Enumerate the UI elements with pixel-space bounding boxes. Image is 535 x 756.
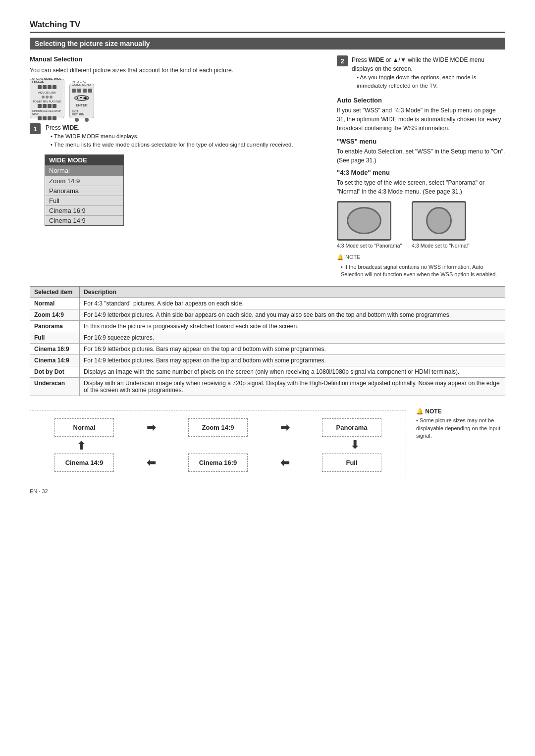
flow-middle-row: ⬇ ⬇: [38, 439, 398, 452]
note1-text-container: • If the broadcast signal contains no WS…: [341, 263, 505, 279]
table-item-panorama: Panorama: [30, 321, 80, 332]
auto-selection-title: Auto Selection: [337, 97, 505, 104]
manual-selection-body: You can select different picture sizes t…: [30, 66, 322, 75]
step1-bullet-1: The WIDE MODE menu displays.: [51, 132, 322, 141]
wss-menu: "WSS" menu To enable Auto Selection, set…: [337, 138, 505, 165]
table-row: Cinema 16:9 For 16:9 letterbox pictures.…: [30, 344, 505, 355]
mode-table: Selected item Description Normal For 4:3…: [30, 286, 505, 396]
step2-bullet: As you toggle down the options, each mod…: [357, 73, 505, 91]
step1-container: 1 Press WIDE. The WIDE MODE menu display…: [30, 123, 322, 150]
flow-arrow-left-1: ⬅: [147, 456, 156, 469]
tv-screen-normal-caption: 4:3 Mode set to "Normal": [412, 243, 470, 249]
col-left: Manual Selection You can select differen…: [30, 55, 322, 278]
flow-up-arrow: ⬇: [52, 439, 111, 452]
manual-selection-title: Manual Selection: [30, 55, 322, 63]
tv-screen-normal-img: [412, 201, 466, 241]
table-desc-underscan: Display with an Underscan image only whe…: [80, 378, 505, 396]
note2-text: • Some picture sizes may not be displaya…: [416, 417, 505, 440]
table-item-zoom149: Zoom 14:9: [30, 309, 80, 321]
tv-screen-panorama: 4:3 Mode set to "Panorama": [337, 201, 402, 249]
remote-images: OPC AV MODE WIDE FREEZE AQUOS LINK POWER…: [30, 79, 322, 118]
tv-screens: 4:3 Mode set to "Panorama" 4:3 Mode set …: [337, 201, 505, 249]
table-desc-panorama: In this mode the picture is progressivel…: [80, 321, 505, 332]
wide-mode-item-1: Panorama: [45, 186, 123, 196]
step2-content: Press WIDE or ▲/▼ while the WIDE MODE me…: [352, 55, 505, 91]
page-title: Watching TV: [30, 20, 505, 33]
table-item-cinema149: Cinema 14:9: [30, 355, 80, 366]
table-item-full: Full: [30, 332, 80, 344]
table-desc-zoom149: For 14:9 letterbox pictures. A thin side…: [80, 309, 505, 321]
table-header: Selected item Description: [30, 287, 505, 298]
table-row: Panorama In this mode the picture is pro…: [30, 321, 505, 332]
flow-box-cinema169: Cinema 16:9: [188, 454, 248, 472]
step2-bold: WIDE: [369, 56, 384, 63]
step1-number: 1: [30, 123, 41, 134]
wide-mode-selected: Normal: [45, 165, 123, 176]
table-desc-normal: For 4:3 "standard" pictures. A side bar …: [80, 298, 505, 309]
tv-screen-panorama-caption: 4:3 Mode set to "Panorama": [337, 243, 402, 249]
table-desc-cinema149: For 14:9 letterbox pictures. Bars may ap…: [80, 355, 505, 366]
step1-bullet-2: The menu lists the wide mode options sel…: [51, 141, 322, 149]
wide-mode-item-2: Full: [45, 196, 123, 205]
flow-down-arrow: ⬇: [325, 439, 384, 452]
flow-arrow-left-2: ⬅: [280, 456, 289, 469]
mode43-menu-body: To set the type of the wide screen, sele…: [337, 178, 505, 196]
tv-screen-panorama-img: [337, 201, 391, 241]
flow-diagram: Normal ➡ Zoom 14:9 ➡ Panorama ⬇ ⬇ Cinema…: [30, 410, 406, 480]
remote-control-left: OPC AV MODE WIDE FREEZE AQUOS LINK POWER…: [30, 79, 64, 118]
wide-mode-item-4: Cinema 14:9: [45, 215, 123, 225]
step2-container: 2 Press WIDE or ▲/▼ while the WIDE MODE …: [337, 55, 505, 91]
table-item-dotbydot: Dot by Dot: [30, 366, 80, 378]
main-content: Manual Selection You can select differen…: [30, 55, 505, 278]
step2-bullets: As you toggle down the options, each mod…: [357, 73, 505, 91]
step1-action-bold: WIDE: [62, 124, 78, 131]
col-right: 2 Press WIDE or ▲/▼ while the WIDE MODE …: [337, 55, 505, 278]
flow-box-zoom149: Zoom 14:9: [188, 418, 248, 437]
note1: 🔔 NOTE: [337, 253, 505, 260]
auto-selection: Auto Selection If you set "WSS" and "4:3…: [337, 97, 505, 133]
flow-bottom-row: Cinema 14:9 ⬅ Cinema 16:9 ⬅ Full: [38, 454, 398, 472]
note-icon-1: 🔔 NOTE: [337, 254, 361, 260]
table-row: Zoom 14:9 For 14:9 letterbox pictures. A…: [30, 309, 505, 321]
flow-arrow-right-2: ➡: [280, 421, 289, 434]
flow-box-cinema149: Cinema 14:9: [54, 454, 114, 472]
note2-container: 🔔 NOTE • Some picture sizes may not be d…: [416, 403, 505, 480]
table-row: Full For 16:9 squeeze pictures.: [30, 332, 505, 344]
auto-selection-body: If you set "WSS" and "4:3 Mode" in the S…: [337, 106, 505, 133]
wide-mode-item-0: Zoom 14:9: [45, 176, 123, 186]
wide-mode-item-3: Cinema 16:9: [45, 205, 123, 215]
tv-screen-normal: 4:3 Mode set to "Normal": [412, 201, 470, 249]
remote-control-right: INFO EPG GUIDE MENU ▲▼◀▶ ENTER EXIT RETU…: [69, 84, 94, 118]
note2-header: 🔔 NOTE: [416, 408, 505, 415]
table-row: Dot by Dot Displays an image with the sa…: [30, 366, 505, 378]
table-col-desc: Description: [80, 287, 505, 298]
flow-top-row: Normal ➡ Zoom 14:9 ➡ Panorama: [38, 418, 398, 437]
table-item-underscan: Underscan: [30, 378, 80, 396]
mode43-menu-title: "4:3 Mode" menu: [337, 169, 505, 176]
step1-content: Press WIDE. The WIDE MODE menu displays.…: [46, 123, 322, 150]
flow-box-full: Full: [322, 454, 381, 472]
table-body: Normal For 4:3 "standard" pictures. A si…: [30, 298, 505, 396]
flow-area: Normal ➡ Zoom 14:9 ➡ Panorama ⬇ ⬇ Cinema…: [30, 403, 505, 480]
step2-number: 2: [337, 55, 348, 66]
flow-box-normal: Normal: [54, 418, 114, 437]
note1-text: • If the broadcast signal contains no WS…: [341, 263, 505, 279]
flow-box-panorama: Panorama: [322, 418, 381, 437]
table-desc-cinema169: For 16:9 letterbox pictures. Bars may ap…: [80, 344, 505, 355]
table-row: Underscan Display with an Underscan imag…: [30, 378, 505, 396]
section-header: Selecting the picture size manually: [30, 38, 505, 50]
table-desc-dotbydot: Displays an image with the same number o…: [80, 366, 505, 378]
table-col-item: Selected item: [30, 287, 80, 298]
flow-arrow-right-1: ➡: [147, 421, 156, 434]
step1-bullets: The WIDE MODE menu displays. The menu li…: [51, 132, 322, 150]
table-desc-full: For 16:9 squeeze pictures.: [80, 332, 505, 344]
wss-menu-title: "WSS" menu: [337, 138, 505, 145]
wide-mode-header: WIDE MODE: [45, 155, 123, 165]
wide-mode-menu: WIDE MODE Normal Zoom 14:9 Panorama Full…: [45, 154, 124, 226]
table-item-normal: Normal: [30, 298, 80, 309]
table-item-cinema169: Cinema 16:9: [30, 344, 80, 355]
table-row: Cinema 14:9 For 14:9 letterbox pictures.…: [30, 355, 505, 366]
page-number: EN · 32: [30, 488, 505, 494]
mode43-menu: "4:3 Mode" menu To set the type of the w…: [337, 169, 505, 196]
table-row: Normal For 4:3 "standard" pictures. A si…: [30, 298, 505, 309]
